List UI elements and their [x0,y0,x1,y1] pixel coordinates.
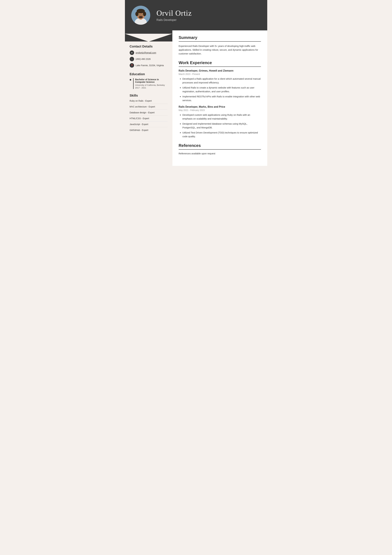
main-content: Summary Experienced Rails Developer with… [172,30,267,166]
location-text: Lake Fannie, 31034, Virginia [136,64,164,67]
svg-point-5 [135,12,139,16]
skill-item: Database design - Expert [130,111,168,116]
education-years: 2017 - 2021 [135,87,168,89]
location-icon: 📍 [130,63,134,68]
education-section-title: Education [130,72,168,76]
education-item: Bachelor of Science in Computer Science … [130,78,168,89]
job-duty: Developed custom web applications using … [183,113,261,121]
skill-item: HTML/CSS - Expert [130,117,168,121]
education-degree: Bachelor of Science in Computer Science [135,78,168,83]
education-bullet [130,79,131,80]
job-dates: May 2021 - February 2023 [179,109,261,111]
education-content: Bachelor of Science in Computer Science … [133,78,168,89]
references-section: References References available upon req… [179,143,261,155]
skill-item: Ruby on Rails - Expert [130,100,168,104]
phone-icon: 📞 [130,57,134,61]
job-duty: Developed a Rails application for a clie… [183,77,261,85]
resume-header: Orvil Ortiz Rails Developer [125,0,267,30]
summary-title: Summary [179,35,261,42]
candidate-title: Rails Developer [157,18,261,22]
contact-email: ✉ orvilortiz@gmail.com [130,51,168,55]
job-dates: March 2023 - Present [179,73,261,75]
job-duties-list: Developed custom web applications using … [179,113,261,138]
triangle-decoration [125,34,172,42]
skill-item: JavaScript - Expert [130,123,168,127]
candidate-name: Orvil Ortiz [157,9,261,17]
avatar [131,6,150,25]
summary-section: Summary Experienced Rails Developer with… [179,35,261,56]
svg-point-10 [142,15,143,15]
svg-point-16 [139,17,142,18]
main-layout: Contact Details ✉ orvilortiz@gmail.com 📞… [125,30,267,166]
job-duty: Implemented RESTful APIs with Rails to e… [183,95,261,102]
job-duty: Utilized Test Driven Development (TDD) t… [183,131,261,138]
job-duty: Utilized Rails to create a dynamic websi… [183,86,261,93]
job-entry: Rails Developer, Marks, Bins and PriceMa… [179,105,261,138]
contact-section-title: Contact Details [130,45,168,48]
education-school: University of California, Berkeley [135,84,168,86]
skill-item: MVC architecture - Expert [130,105,168,110]
job-duties-list: Developed a Rails application for a clie… [179,77,261,102]
skill-item: Git/GitHub - Expert [130,129,168,133]
job-duty: Designed and implemented database schema… [183,122,261,130]
skills-section-title: Skills [130,94,168,97]
contact-section: Contact Details ✉ orvilortiz@gmail.com 📞… [130,45,168,68]
header-info: Orvil Ortiz Rails Developer [157,9,261,22]
contact-phone: 📞 (450) 490 2326 [130,57,168,61]
sidebar: Contact Details ✉ orvilortiz@gmail.com 📞… [125,30,172,166]
job-entry: Rails Developer, Grimes, Howell and Ziem… [179,69,261,102]
jobs-list: Rails Developer, Grimes, Howell and Ziem… [179,69,261,138]
skills-section: Skills Ruby on Rails - ExpertMVC archite… [130,94,168,133]
education-section: Education Bachelor of Science in Compute… [130,72,168,89]
job-title: Rails Developer, Marks, Bins and Price [179,105,261,108]
email-link[interactable]: orvilortiz@gmail.com [136,51,156,54]
skills-list: Ruby on Rails - ExpertMVC architecture -… [130,100,168,133]
svg-point-6 [143,12,146,16]
references-text: References available upon request [179,152,261,155]
work-experience-title: Work Experience [179,60,261,67]
work-experience-section: Work Experience Rails Developer, Grimes,… [179,60,261,138]
email-icon: ✉ [130,51,134,55]
job-title: Rails Developer, Grimes, Howell and Ziem… [179,69,261,72]
references-title: References [179,143,261,150]
phone-text: (450) 490 2326 [136,58,151,60]
contact-location: 📍 Lake Fannie, 31034, Virginia [130,63,168,68]
svg-point-9 [139,15,139,15]
summary-text: Experienced Rails Developer with 5+ year… [179,44,261,56]
